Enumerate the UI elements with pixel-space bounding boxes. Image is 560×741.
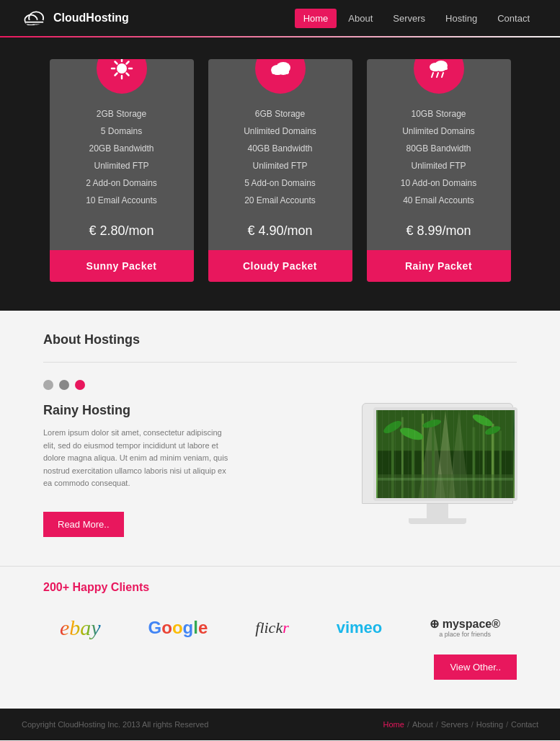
clients-title: 200+ Happy Clients [43,581,517,594]
cloudy-packet-button[interactable]: Cloudy Packet [208,250,352,282]
view-other-button[interactable]: View Other.. [434,655,517,680]
footer-about[interactable]: About [412,720,433,729]
svg-marker-30 [449,410,469,498]
navbar: CloudHosting Home About Servers Hosting … [0,0,560,36]
svg-point-42 [422,418,442,430]
nav-links: Home About Servers Hosting Contact [295,9,538,28]
svg-point-44 [484,425,502,437]
clients-label: Happy Clients [73,581,150,593]
about-image-col [358,403,517,524]
svg-rect-46 [378,478,513,481]
pricing-card-rainy: 10GB Storage Unlimited Domains 80GB Band… [367,59,511,282]
rainy-price: € 8.99/mon [406,223,471,239]
cloudy-icon-wrap [255,59,306,94]
nav-servers[interactable]: Servers [384,9,434,28]
nav-about[interactable]: About [339,9,381,28]
clients-logos: ebay Google flickr vimeo ⊕ myspace® a pl… [43,616,517,640]
google-logo: Google [148,618,208,638]
svg-marker-28 [418,410,445,498]
cloudy-price: € 4.90/mon [247,223,312,239]
cloud-svg [267,59,293,81]
pricing-section: 2GB Storage 5 Domains 20GB Bandwidth Unl… [0,37,560,311]
vimeo-logo: vimeo [337,618,383,637]
dot-3-active[interactable] [75,380,85,390]
svg-rect-17 [272,70,289,74]
svg-line-9 [115,62,117,64]
rainy-icon-wrap [414,59,464,94]
dot-1[interactable] [43,380,53,390]
about-section-title: About Hostings [43,332,517,347]
svg-line-10 [126,74,128,76]
pricing-card-sunny: 2GB Storage 5 Domains 20GB Bandwidth Unl… [50,59,194,282]
footer-links: Home / About / Servers / Hosting / Conta… [383,720,538,729]
sunny-icon [97,59,147,94]
monitor-image [358,403,517,524]
svg-marker-29 [435,410,455,498]
svg-rect-35 [432,420,435,498]
clients-count: 200+ [43,581,69,593]
read-more-button[interactable]: Read More.. [43,512,124,537]
clients-section: 200+ Happy Clients ebay Google flickr vi… [0,566,560,709]
nav-hosting[interactable]: Hosting [437,9,486,28]
footer: Copyright CloudHosting Inc. 2013 All rig… [0,709,560,740]
svg-point-40 [382,419,404,436]
cloudy-features: 6GB Storage Unlimited Domains 40GB Bandw… [236,105,324,209]
sunny-features: 2GB Storage 5 Domains 20GB Bandwidth Unl… [79,105,164,209]
footer-contact[interactable]: Contact [511,720,538,729]
svg-rect-31 [391,424,394,498]
svg-rect-38 [492,424,494,498]
dot-selector [43,380,517,390]
svg-rect-36 [473,427,476,498]
svg-rect-45 [378,474,513,498]
dot-2[interactable] [59,380,69,390]
nav-contact[interactable]: Contact [489,9,538,28]
svg-line-12 [115,74,117,76]
sunny-packet-button[interactable]: Sunny Packet [50,250,194,282]
rainy-icon [414,59,464,94]
svg-point-43 [471,412,494,429]
svg-rect-22 [430,67,448,70]
svg-rect-39 [499,430,502,498]
about-section: About Hostings Rainy Hosting Lorem ipsum… [0,311,560,566]
about-subtitle: Rainy Hosting [43,403,344,418]
about-body: Lorem ipsum dolor sit amet, consectetur … [43,427,231,490]
about-divider [43,362,517,363]
flickr-logo: flickr [255,618,288,637]
clearfix: View Other.. [43,640,517,680]
monitor-neck [427,504,448,518]
footer-copyright: Copyright CloudHosting Inc. 2013 All rig… [22,720,208,729]
footer-servers[interactable]: Servers [441,720,468,729]
svg-rect-34 [422,414,424,498]
monitor-screen [373,407,517,501]
rain-svg [426,59,452,81]
about-content: Rainy Hosting Lorem ipsum dolor sit amet… [43,403,517,537]
rainy-features: 10GB Storage Unlimited Domains 80GB Band… [394,105,484,209]
pricing-card-cloudy: 6GB Storage Unlimited Domains 40GB Bandw… [208,59,352,282]
sunny-icon-wrap [97,59,147,94]
svg-point-4 [117,63,127,74]
svg-rect-26 [378,410,513,498]
myspace-logo: ⊕ myspace® a place for friends [430,617,500,638]
sunny-price: € 2.80/mon [89,223,154,239]
svg-point-41 [399,425,425,443]
nav-home[interactable]: Home [295,9,337,28]
svg-line-11 [126,62,128,64]
cloudy-icon [255,59,306,94]
svg-line-23 [432,73,433,77]
svg-line-24 [437,73,438,77]
monitor-foot [409,518,466,524]
svg-rect-27 [378,451,513,498]
svg-line-25 [442,73,443,77]
logo-text: CloudHosting [53,12,129,25]
rainy-packet-button[interactable]: Rainy Packet [367,250,511,282]
screen-content [376,410,515,498]
svg-rect-33 [412,430,414,498]
sun-svg [109,59,135,81]
svg-rect-37 [483,416,485,498]
monitor-bezel [362,403,513,504]
about-text-col: Rainy Hosting Lorem ipsum dolor sit amet… [43,403,344,537]
ebay-logo: ebay [60,616,101,640]
logo: CloudHosting [22,11,129,25]
footer-hosting[interactable]: Hosting [476,720,503,729]
footer-home[interactable]: Home [383,720,404,729]
